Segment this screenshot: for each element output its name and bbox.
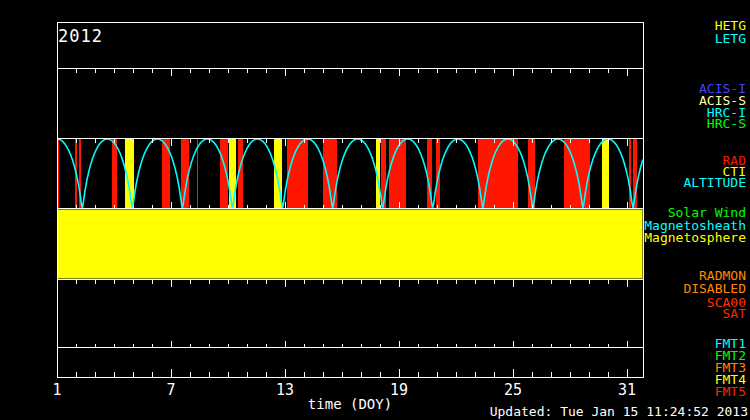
legend-label-letg: LETG <box>715 32 746 45</box>
mission-timeline-screen: 1713192531 2012 time (DOY) Updated: Tue … <box>0 0 750 420</box>
legend: HETGLETGACIS-IACIS-SHRC-IHRC-SRADCTIALTI… <box>616 0 746 420</box>
altitude-curve <box>57 139 643 208</box>
legend-label-sat: SAT <box>723 307 746 320</box>
magnetosphere-band <box>58 210 643 279</box>
year-title: 2012 <box>58 26 103 46</box>
legend-label-fmt5: FMT5 <box>715 385 746 398</box>
plot-box <box>58 23 644 378</box>
rad-bar <box>112 139 117 208</box>
cti-bar <box>602 139 609 208</box>
legend-label-altitude: ALTITUDE <box>683 176 746 189</box>
legend-label-magnetosphere: Magnetosphere <box>644 231 746 244</box>
legend-label-disabled: DISABLED <box>683 282 746 295</box>
legend-label-hrc-s: HRC-S <box>707 117 746 130</box>
